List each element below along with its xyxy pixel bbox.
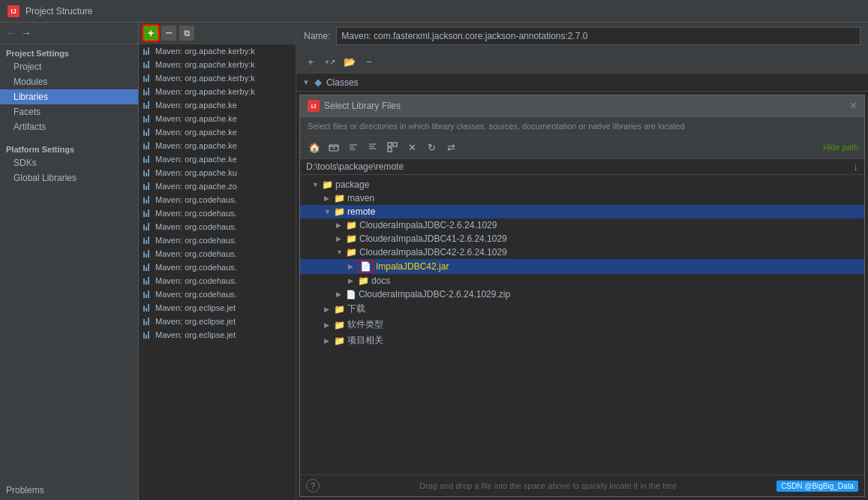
sidebar-item-sdks[interactable]: SDKs (0, 155, 138, 170)
go-home-button[interactable]: 🏠 (306, 139, 323, 155)
list-item[interactable]: Maven: org.apache.ku (139, 166, 296, 179)
list-item[interactable]: Maven: org.apache.zo (139, 179, 296, 193)
project-settings-label: Project Settings (0, 44, 138, 59)
tree-item-software[interactable]: ▶ 📁 软件类型 (300, 317, 864, 333)
folder-icon: 📁 (334, 193, 345, 203)
list-item[interactable]: Maven: org.codehaus. (139, 288, 296, 301)
expand-arrow: ▶ (348, 277, 356, 285)
library-list-panel: + − ⧉ Maven: org.apache.kerby:k Maven: o… (139, 23, 296, 500)
list-item[interactable]: Maven: org.apache.kerby:k (139, 85, 296, 98)
delete-button[interactable]: ✕ (404, 139, 420, 155)
copy-library-button[interactable]: ⧉ (179, 26, 194, 41)
list-item[interactable]: Maven: org.apache.ke (139, 112, 296, 125)
tree-item-impala-jar[interactable]: ▶ 📄 ImpalaJDBC42.jar (300, 259, 864, 274)
close-button[interactable]: × (850, 100, 857, 112)
list-item[interactable]: Maven: org.eclipse.jet (139, 328, 296, 342)
list-item[interactable]: Maven: org.eclipse.jet (139, 315, 296, 328)
tree-item-cloudera42[interactable]: ▼ 📁 ClouderaImpalaJDBC42-2.6.24.1029 (300, 245, 864, 259)
sidebar-item-global-libraries[interactable]: Global Libraries (0, 170, 138, 185)
sidebar-item-project[interactable]: Project (0, 59, 138, 74)
folder-icon: 📁 (334, 304, 345, 315)
refresh-button[interactable]: ↻ (423, 139, 440, 155)
path-input[interactable] (306, 161, 853, 172)
folder-icon: 📁 (358, 276, 369, 286)
folder-icon: 📁 (346, 220, 357, 230)
expand-icon: ▼ (302, 78, 310, 86)
svg-text:+: + (332, 146, 335, 151)
tree-item-zip[interactable]: ▶ 📄 ClouderaImpalaJDBC-2.6.24.1029.zip (300, 288, 864, 301)
tree-item-package[interactable]: ▼ 📁 package (300, 178, 864, 191)
title-bar: IJ Project Structure (0, 0, 868, 23)
select-library-files-dialog: IJ Select Library Files × Select files o… (299, 95, 865, 497)
show-only-button[interactable] (384, 139, 401, 155)
list-item[interactable]: Maven: org.apache.ke (139, 139, 296, 152)
hide-path-button[interactable]: Hide path (823, 143, 858, 152)
list-item[interactable]: Maven: org.apache.kerby:k (139, 58, 296, 71)
forward-arrow[interactable]: → (21, 27, 32, 39)
tree-label: 项目相关 (347, 334, 383, 347)
link-button[interactable]: ⇄ (443, 139, 459, 155)
list-item[interactable]: Maven: org.apache.kerby:k (139, 44, 296, 58)
tree-item-docs[interactable]: ▶ 📁 docs (300, 274, 864, 288)
platform-settings-label: Platform Settings (0, 140, 138, 155)
tree-label: maven (347, 193, 374, 203)
remove-root-button[interactable]: − (361, 53, 377, 70)
remove-library-button[interactable]: − (161, 26, 176, 41)
name-bar: Name: (296, 23, 868, 50)
add-specific-button[interactable]: +↗ (322, 53, 338, 70)
sidebar-item-libraries[interactable]: Libraries (0, 89, 138, 104)
library-toolbar: + − ⧉ (139, 23, 296, 44)
list-item[interactable]: Maven: org.codehaus. (139, 233, 296, 247)
right-panel: Name: + +↗ 📂 − ▼ ◆ Classes IJ Select Lib… (296, 23, 868, 500)
folder-icon: 📁 (322, 179, 333, 190)
name-input[interactable] (336, 27, 860, 45)
list-item[interactable]: Maven: org.codehaus. (139, 247, 296, 261)
tree-item-cloudera41[interactable]: ▶ 📁 ClouderaImpalaJDBC41-2.6.24.1029 (300, 232, 864, 245)
tree-item-cloudera1[interactable]: ▶ 📁 ClouderaImpalaJDBC-2.6.24.1029 (300, 218, 864, 232)
help-button[interactable]: ? (306, 479, 320, 492)
list-item[interactable]: Maven: org.apache.kerby:k (139, 71, 296, 85)
library-items-list: Maven: org.apache.kerby:k Maven: org.apa… (139, 44, 296, 500)
new-folder-button[interactable]: + (326, 139, 342, 155)
tree-label: ImpalaJDBC42.jar (376, 261, 449, 272)
dialog-header: IJ Select Library Files × (300, 95, 864, 117)
drag-hint: Drag and drop a file into the space abov… (320, 478, 776, 493)
dialog-icon: IJ (308, 100, 320, 112)
add-library-button[interactable]: + (143, 26, 158, 41)
folder-icon: 📁 (334, 336, 345, 346)
right-toolbar: + +↗ 📂 − (296, 50, 868, 74)
list-item[interactable]: Maven: org.apache.ke (139, 152, 296, 166)
folder-icon: 📁 (346, 247, 357, 258)
list-item[interactable]: Maven: org.codehaus. (139, 274, 296, 288)
add-folder-button[interactable]: 📂 (341, 53, 358, 70)
tree-item-remote[interactable]: ▼ 📁 remote (300, 205, 864, 218)
jar-icon: 📄 (358, 261, 374, 273)
path-bar: ↓ (300, 159, 864, 175)
folder-icon: 📁 (334, 320, 345, 330)
tree-label: package (335, 179, 369, 190)
list-item[interactable]: Maven: org.eclipse.jet (139, 301, 296, 315)
tree-item-download[interactable]: ▶ 📁 下载 (300, 301, 864, 317)
sidebar-item-artifacts[interactable]: Artifacts (0, 119, 138, 134)
file-tree: ▼ 📁 package ▶ 📁 maven ▼ 📁 remote (300, 175, 864, 474)
sidebar-item-problems[interactable]: Problems (0, 480, 138, 500)
add-root-button[interactable]: + (302, 53, 319, 70)
list-item[interactable]: Maven: org.codehaus. (139, 261, 296, 274)
folder-icon: 📁 (334, 206, 345, 217)
list-item[interactable]: Maven: org.apache.ke (139, 125, 296, 139)
tree-item-project-related[interactable]: ▶ 📁 项目相关 (300, 333, 864, 348)
collapse-all-button[interactable] (365, 139, 381, 155)
list-item[interactable]: Maven: org.codehaus. (139, 193, 296, 206)
list-item[interactable]: Maven: org.codehaus. (139, 220, 296, 233)
sidebar-item-facets[interactable]: Facets (0, 104, 138, 119)
back-arrow[interactable]: ← (6, 27, 17, 39)
expand-all-button[interactable] (345, 139, 362, 155)
nav-arrows: ← → (0, 23, 138, 44)
file-toolbar: 🏠 + ✕ ↻ ⇄ Hide path (300, 136, 864, 159)
list-item[interactable]: Maven: org.apache.ke (139, 98, 296, 112)
sidebar-item-modules[interactable]: Modules (0, 74, 138, 89)
list-item[interactable]: Maven: org.codehaus. (139, 206, 296, 220)
expand-arrow-package: ▼ (312, 181, 320, 188)
classes-section: ▼ ◆ Classes (296, 74, 868, 92)
tree-item-maven[interactable]: ▶ 📁 maven (300, 191, 864, 205)
